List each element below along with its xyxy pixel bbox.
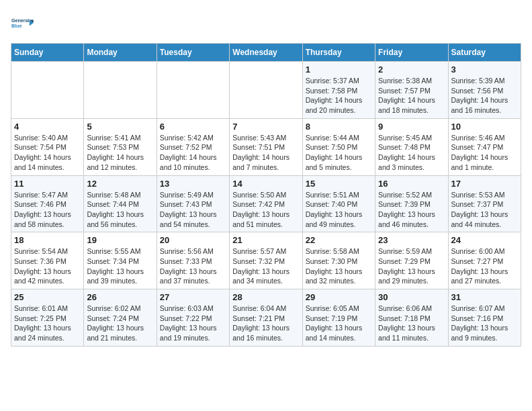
day-info: Sunrise: 5:37 AMSunset: 7:58 PMDaylight:… <box>306 76 372 116</box>
day-info: Sunrise: 5:45 AMSunset: 7:48 PMDaylight:… <box>378 133 445 173</box>
day-number: 24 <box>451 235 518 245</box>
day-number: 13 <box>160 179 226 189</box>
day-cell <box>84 62 157 119</box>
day-number: 7 <box>232 122 299 132</box>
day-number: 4 <box>14 122 81 132</box>
day-cell: 27Sunrise: 6:03 AMSunset: 7:22 PMDayligh… <box>157 289 229 347</box>
day-info: Sunrise: 6:04 AMSunset: 7:21 PMDaylight:… <box>232 304 299 343</box>
day-info: Sunrise: 5:52 AMSunset: 7:39 PMDaylight:… <box>378 190 445 230</box>
day-info: Sunrise: 5:38 AMSunset: 7:57 PMDaylight:… <box>378 76 445 116</box>
day-number: 20 <box>160 235 226 245</box>
header-cell-sunday: Sunday <box>11 44 84 62</box>
day-cell <box>157 62 229 119</box>
day-info: Sunrise: 5:51 AMSunset: 7:40 PMDaylight:… <box>306 190 372 230</box>
day-number: 30 <box>378 292 445 302</box>
day-info: Sunrise: 5:55 AMSunset: 7:34 PMDaylight:… <box>87 246 153 286</box>
day-cell: 28Sunrise: 6:04 AMSunset: 7:21 PMDayligh… <box>230 289 302 347</box>
day-cell: 30Sunrise: 6:06 AMSunset: 7:18 PMDayligh… <box>375 289 448 347</box>
calendar-body: 1Sunrise: 5:37 AMSunset: 7:58 PMDaylight… <box>11 62 521 347</box>
day-info: Sunrise: 6:06 AMSunset: 7:18 PMDaylight:… <box>378 304 445 343</box>
day-number: 15 <box>306 179 372 189</box>
day-cell: 1Sunrise: 5:37 AMSunset: 7:58 PMDaylight… <box>302 62 375 119</box>
day-info: Sunrise: 5:42 AMSunset: 7:52 PMDaylight:… <box>160 133 226 173</box>
header-cell-thursday: Thursday <box>302 44 375 62</box>
day-number: 19 <box>87 235 153 245</box>
day-cell: 22Sunrise: 5:58 AMSunset: 7:30 PMDayligh… <box>302 232 375 289</box>
day-number: 28 <box>232 292 299 302</box>
day-cell: 24Sunrise: 6:00 AMSunset: 7:27 PMDayligh… <box>448 232 521 289</box>
day-cell: 4Sunrise: 5:40 AMSunset: 7:54 PMDaylight… <box>11 118 84 175</box>
day-info: Sunrise: 6:03 AMSunset: 7:22 PMDaylight:… <box>160 304 226 343</box>
header-cell-tuesday: Tuesday <box>157 44 229 62</box>
day-number: 17 <box>451 179 518 189</box>
day-info: Sunrise: 5:48 AMSunset: 7:44 PMDaylight:… <box>87 190 153 230</box>
day-info: Sunrise: 5:59 AMSunset: 7:29 PMDaylight:… <box>378 246 445 286</box>
day-info: Sunrise: 5:56 AMSunset: 7:33 PMDaylight:… <box>160 246 226 286</box>
day-info: Sunrise: 5:53 AMSunset: 7:37 PMDaylight:… <box>451 190 518 230</box>
header-cell-wednesday: Wednesday <box>230 44 302 62</box>
day-info: Sunrise: 5:40 AMSunset: 7:54 PMDaylight:… <box>14 133 81 173</box>
day-number: 3 <box>451 64 518 75</box>
day-info: Sunrise: 5:50 AMSunset: 7:42 PMDaylight:… <box>232 190 299 230</box>
day-info: Sunrise: 6:01 AMSunset: 7:25 PMDaylight:… <box>14 304 81 343</box>
day-cell: 3Sunrise: 5:39 AMSunset: 7:56 PMDaylight… <box>448 62 521 119</box>
day-number: 29 <box>306 292 372 302</box>
day-cell: 9Sunrise: 5:45 AMSunset: 7:48 PMDaylight… <box>375 118 448 175</box>
day-cell: 21Sunrise: 5:57 AMSunset: 7:32 PMDayligh… <box>230 232 302 289</box>
day-info: Sunrise: 6:00 AMSunset: 7:27 PMDaylight:… <box>451 246 518 286</box>
page-header: GeneralBlue <box>11 11 521 35</box>
day-cell: 13Sunrise: 5:49 AMSunset: 7:43 PMDayligh… <box>157 175 229 232</box>
day-info: Sunrise: 5:44 AMSunset: 7:50 PMDaylight:… <box>306 133 372 173</box>
header-cell-monday: Monday <box>84 44 157 62</box>
svg-text:Blue: Blue <box>11 23 22 29</box>
day-info: Sunrise: 5:57 AMSunset: 7:32 PMDaylight:… <box>232 246 299 286</box>
day-cell <box>11 62 84 119</box>
day-number: 25 <box>14 292 81 302</box>
day-number: 27 <box>160 292 226 302</box>
header-cell-saturday: Saturday <box>448 44 521 62</box>
day-info: Sunrise: 5:46 AMSunset: 7:47 PMDaylight:… <box>451 133 518 173</box>
day-number: 23 <box>378 235 445 245</box>
day-cell: 6Sunrise: 5:42 AMSunset: 7:52 PMDaylight… <box>157 118 229 175</box>
week-row-4: 18Sunrise: 5:54 AMSunset: 7:36 PMDayligh… <box>11 232 521 289</box>
day-cell: 8Sunrise: 5:44 AMSunset: 7:50 PMDaylight… <box>302 118 375 175</box>
week-row-5: 25Sunrise: 6:01 AMSunset: 7:25 PMDayligh… <box>11 289 521 347</box>
day-number: 8 <box>306 122 372 132</box>
day-cell: 16Sunrise: 5:52 AMSunset: 7:39 PMDayligh… <box>375 175 448 232</box>
day-cell <box>230 62 302 119</box>
day-info: Sunrise: 5:54 AMSunset: 7:36 PMDaylight:… <box>14 246 81 286</box>
logo: GeneralBlue <box>11 11 35 35</box>
day-cell: 18Sunrise: 5:54 AMSunset: 7:36 PMDayligh… <box>11 232 84 289</box>
week-row-1: 1Sunrise: 5:37 AMSunset: 7:58 PMDaylight… <box>11 62 521 119</box>
day-info: Sunrise: 5:41 AMSunset: 7:53 PMDaylight:… <box>87 133 153 173</box>
day-number: 14 <box>232 179 299 189</box>
day-number: 10 <box>451 122 518 132</box>
day-cell: 12Sunrise: 5:48 AMSunset: 7:44 PMDayligh… <box>84 175 157 232</box>
day-info: Sunrise: 6:02 AMSunset: 7:24 PMDaylight:… <box>87 304 153 343</box>
day-number: 9 <box>378 122 445 132</box>
day-number: 2 <box>378 64 445 75</box>
day-info: Sunrise: 5:49 AMSunset: 7:43 PMDaylight:… <box>160 190 226 230</box>
day-cell: 17Sunrise: 5:53 AMSunset: 7:37 PMDayligh… <box>448 175 521 232</box>
day-number: 21 <box>232 235 299 245</box>
calendar-table: SundayMondayTuesdayWednesdayThursdayFrid… <box>11 43 521 347</box>
day-cell: 5Sunrise: 5:41 AMSunset: 7:53 PMDaylight… <box>84 118 157 175</box>
day-cell: 14Sunrise: 5:50 AMSunset: 7:42 PMDayligh… <box>230 175 302 232</box>
day-cell: 11Sunrise: 5:47 AMSunset: 7:46 PMDayligh… <box>11 175 84 232</box>
logo-icon: GeneralBlue <box>11 11 35 35</box>
day-cell: 26Sunrise: 6:02 AMSunset: 7:24 PMDayligh… <box>84 289 157 347</box>
day-cell: 23Sunrise: 5:59 AMSunset: 7:29 PMDayligh… <box>375 232 448 289</box>
day-info: Sunrise: 6:05 AMSunset: 7:19 PMDaylight:… <box>306 304 372 343</box>
day-info: Sunrise: 5:58 AMSunset: 7:30 PMDaylight:… <box>306 246 372 286</box>
week-row-2: 4Sunrise: 5:40 AMSunset: 7:54 PMDaylight… <box>11 118 521 175</box>
header-cell-friday: Friday <box>375 44 448 62</box>
day-cell: 20Sunrise: 5:56 AMSunset: 7:33 PMDayligh… <box>157 232 229 289</box>
day-number: 26 <box>87 292 153 302</box>
calendar-header: SundayMondayTuesdayWednesdayThursdayFrid… <box>11 44 521 62</box>
day-info: Sunrise: 5:47 AMSunset: 7:46 PMDaylight:… <box>14 190 81 230</box>
day-cell: 7Sunrise: 5:43 AMSunset: 7:51 PMDaylight… <box>230 118 302 175</box>
day-cell: 2Sunrise: 5:38 AMSunset: 7:57 PMDaylight… <box>375 62 448 119</box>
day-info: Sunrise: 5:39 AMSunset: 7:56 PMDaylight:… <box>451 76 518 116</box>
header-row: SundayMondayTuesdayWednesdayThursdayFrid… <box>11 44 521 62</box>
svg-text:General: General <box>11 17 30 24</box>
